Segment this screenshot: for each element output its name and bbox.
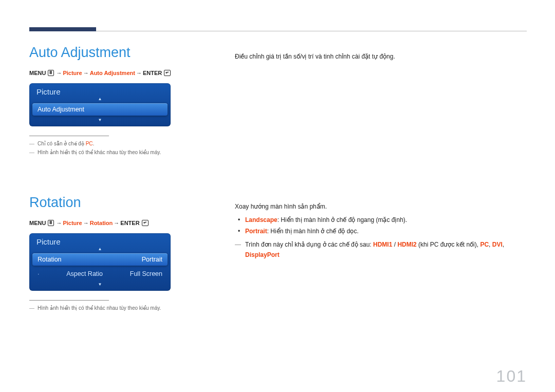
crumb-arrow: → bbox=[136, 70, 142, 76]
avail-text: Trình đơn này chỉ khả dụng ở các chế độ … bbox=[245, 241, 373, 248]
note-text: Chỉ có sẵn ở chế độ bbox=[38, 141, 86, 146]
divider bbox=[29, 136, 109, 136]
enter-icon: ↵ bbox=[164, 70, 171, 76]
bullet-landscape: Landscape: Hiển thị màn hình ở chế độ ng… bbox=[245, 215, 527, 226]
osd-row-aspect-ratio[interactable]: Aspect Ratio Full Screen bbox=[32, 268, 168, 280]
note-pc: PC bbox=[86, 141, 93, 146]
avail-text: (khi PC được kết nối), bbox=[417, 241, 480, 248]
bullet-text: : Hiển thị màn hình ở chế độ ngang (mặc … bbox=[278, 216, 407, 223]
osd-header: Picture bbox=[29, 233, 171, 247]
note-pc-only: ― Chỉ có sẵn ở chế độ PC. bbox=[29, 139, 204, 148]
osd-row-label: Aspect Ratio bbox=[66, 270, 103, 277]
crumb-menu: MENU bbox=[29, 220, 46, 226]
bullet-red: Landscape bbox=[245, 216, 278, 223]
divider bbox=[29, 300, 109, 301]
triangle-down-icon: ▼ bbox=[29, 118, 171, 126]
mode-hdmi2: HDMI2 bbox=[397, 241, 416, 248]
crumb-enter: ENTER bbox=[120, 220, 139, 226]
bullet-text: : Hiển thị màn hình ở chế độ dọc. bbox=[267, 228, 359, 235]
avail-text: , bbox=[489, 241, 492, 248]
avail-text: , bbox=[503, 241, 504, 248]
crumb-picture: Picture bbox=[63, 220, 82, 226]
osd-row-auto-adjustment[interactable]: Auto Adjustment bbox=[32, 103, 168, 116]
desc-auto-adjustment: Điều chỉnh giá trị tần số/vị trí và tinh… bbox=[235, 52, 527, 62]
section-title-rotation: Rotation bbox=[29, 195, 204, 211]
osd-header: Picture bbox=[29, 83, 171, 97]
mode-displayport: DisplayPort bbox=[245, 251, 280, 258]
triangle-down-icon: ▼ bbox=[29, 282, 171, 291]
crumb-menu: MENU bbox=[29, 70, 46, 76]
note-image-vary: ― Hình ảnh hiển thị có thể khác nhau tùy… bbox=[29, 304, 204, 312]
top-rule bbox=[29, 31, 527, 31]
dash-icon: ― bbox=[29, 304, 34, 312]
osd-row-value: Full Screen bbox=[130, 270, 162, 277]
crumb-rotation: Rotation bbox=[90, 220, 113, 226]
enter-icon: ↵ bbox=[142, 220, 149, 226]
mode-hdmi1: HDMI1 bbox=[373, 241, 392, 248]
desc-rotation: Xoay hướng màn hình sản phẩm. bbox=[235, 202, 527, 212]
avail-text: / bbox=[392, 241, 397, 248]
breadcrumb-rotation: MENU Ⅲ → Picture → Rotation → ENTER ↵ bbox=[29, 220, 204, 226]
crumb-picture: Picture bbox=[63, 70, 82, 76]
dash-icon: ― bbox=[29, 148, 34, 157]
crumb-enter: ENTER bbox=[143, 70, 162, 76]
osd-row-label: Rotation bbox=[38, 256, 62, 263]
crumb-auto-adj: Auto Adjustment bbox=[90, 70, 135, 76]
osd-panel-rotation: Picture ▲ Rotation Portrait Aspect Ratio… bbox=[29, 233, 171, 291]
menu-icon: Ⅲ bbox=[48, 70, 54, 76]
osd-row-value: Portrait bbox=[142, 256, 162, 263]
osd-row-rotation[interactable]: Rotation Portrait bbox=[32, 253, 168, 266]
mode-pc: PC bbox=[480, 241, 489, 248]
page-number: 101 bbox=[496, 367, 527, 386]
triangle-up-icon: ▲ bbox=[29, 97, 171, 101]
osd-row-label: Auto Adjustment bbox=[38, 106, 84, 113]
availability-note: ― Trình đơn này chỉ khả dụng ở các chế đ… bbox=[235, 240, 527, 259]
note-text: . bbox=[93, 141, 95, 146]
osd-panel-auto-adjustment: Picture ▲ Auto Adjustment ▼ bbox=[29, 83, 171, 126]
dash-icon: ― bbox=[235, 240, 241, 259]
triangle-up-icon: ▲ bbox=[29, 247, 171, 251]
crumb-arrow: → bbox=[83, 220, 89, 226]
note-text: Hình ảnh hiển thị có thể khác nhau tùy t… bbox=[38, 148, 161, 157]
bullet-red: Portrait bbox=[245, 228, 267, 235]
menu-icon: Ⅲ bbox=[48, 220, 54, 226]
crumb-arrow: → bbox=[83, 70, 89, 76]
note-text: Hình ảnh hiển thị có thể khác nhau tùy t… bbox=[38, 304, 161, 312]
mode-dvi: DVI bbox=[492, 241, 503, 248]
section-title-auto-adjustment: Auto Adjustment bbox=[29, 45, 204, 61]
crumb-arrow: → bbox=[56, 220, 62, 226]
note-image-vary: ― Hình ảnh hiển thị có thể khác nhau tùy… bbox=[29, 148, 204, 157]
crumb-arrow: → bbox=[114, 220, 119, 226]
bullet-portrait: Portrait: Hiển thị màn hình ở chế độ dọc… bbox=[245, 226, 527, 237]
crumb-arrow: → bbox=[56, 70, 62, 76]
dash-icon: ― bbox=[29, 139, 34, 148]
breadcrumb-auto-adjustment: MENU Ⅲ → Picture → Auto Adjustment → ENT… bbox=[29, 70, 204, 76]
